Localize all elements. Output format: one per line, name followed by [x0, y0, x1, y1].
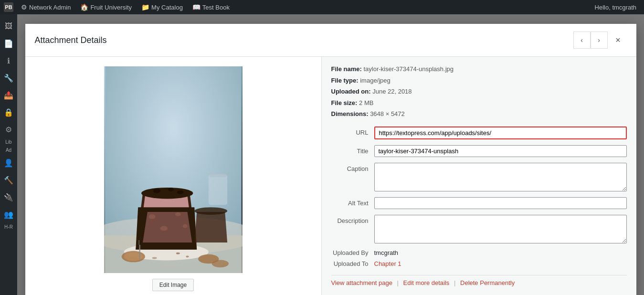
separator-2: | [454, 279, 455, 286]
file-type-value: image/jpeg [360, 77, 391, 84]
modal-body: Edit Image File name: taylor-kiser-37347… [25, 57, 636, 295]
sidebar: 🖼 📄 ℹ 🔧 📤 🔒 ⚙ Lib Ad 👤 🔨 🔌 👥 H-R [0, 14, 17, 295]
pb-logo[interactable]: PB [4, 2, 13, 12]
sidebar-ad-label: Ad [4, 147, 13, 154]
uploaded-by-row: Uploaded By tmcgrath [331, 249, 627, 256]
alt-text-input[interactable] [374, 197, 627, 209]
svg-point-8 [153, 189, 160, 193]
separator-1: | [397, 279, 399, 286]
url-label: URL [331, 126, 374, 136]
sidebar-icon-plugin[interactable]: 🔌 [0, 189, 17, 205]
attachment-details-modal: Attachment Details ‹ › × [25, 24, 636, 295]
svg-marker-16 [194, 212, 227, 242]
close-modal-button[interactable]: × [610, 32, 627, 49]
svg-marker-15 [143, 212, 192, 242]
url-field-row: URL [331, 126, 627, 139]
svg-point-27 [186, 256, 189, 258]
image-panel: Edit Image [25, 57, 321, 295]
svg-point-17 [194, 207, 227, 215]
sidebar-icon-export[interactable]: 📤 [0, 87, 17, 103]
sidebar-icon-tools[interactable]: 🔧 [0, 70, 17, 86]
file-size-label: File size: [331, 99, 358, 106]
svg-point-28 [152, 257, 157, 259]
file-name-row: File name: taylor-kiser-373474-unsplash.… [331, 64, 627, 74]
uploaded-to-link[interactable]: Chapter 1 [374, 260, 401, 267]
sidebar-icon-settings[interactable]: ⚙ [0, 121, 17, 137]
view-attachment-link[interactable]: View attachment page [331, 279, 392, 286]
main-area: Attachment Details ‹ › × [17, 14, 644, 295]
next-attachment-button[interactable]: › [591, 32, 608, 49]
prev-attachment-button[interactable]: ‹ [573, 32, 591, 49]
uploaded-by-label: Uploaded By [331, 249, 374, 256]
title-input[interactable] [374, 145, 627, 157]
modal-header: Attachment Details ‹ › × [25, 24, 636, 57]
svg-point-21 [211, 260, 228, 267]
caption-field-row: Caption [331, 163, 627, 191]
uploaded-on-value: June 22, 2018 [372, 88, 412, 95]
file-size-row: File size: 2 MB [331, 98, 627, 108]
admin-bar: PB ⚙ Network Admin 🏠 Fruit University 📁 … [0, 0, 644, 14]
sidebar-icon-group[interactable]: 👥 [0, 206, 17, 222]
modal-overlay: Attachment Details ‹ › × [17, 14, 644, 295]
sidebar-lib-label: Lib [3, 138, 13, 146]
modal-navigation: ‹ › × [573, 32, 627, 49]
alt-text-label: Alt Text [331, 197, 374, 207]
caption-textarea[interactable] [374, 163, 627, 191]
home-icon: 🏠 [80, 3, 88, 11]
description-field-row: Description [331, 215, 627, 243]
modal-title: Attachment Details [35, 35, 107, 45]
sidebar-icon-info[interactable]: ℹ [0, 53, 17, 69]
uploaded-to-label: Uploaded To [331, 260, 374, 267]
svg-point-7 [141, 188, 193, 199]
cake-image-svg [104, 66, 243, 273]
bottom-links: View attachment page | Edit more details… [331, 275, 627, 286]
svg-rect-22 [208, 174, 227, 205]
folder-icon: 📁 [141, 3, 149, 11]
file-info-section: File name: taylor-kiser-373474-unsplash.… [331, 64, 627, 119]
sidebar-icon-wrench[interactable]: 🔨 [0, 172, 17, 188]
admin-bar-test-book[interactable]: 📖 Test Book [189, 0, 233, 14]
caption-label: Caption [331, 163, 374, 172]
description-label: Description [331, 215, 374, 224]
delete-permanently-link[interactable]: Delete Permanently [460, 279, 515, 286]
alt-text-field-row: Alt Text [331, 197, 627, 209]
sidebar-icon-lock[interactable]: 🔒 [0, 104, 17, 120]
svg-point-26 [176, 253, 179, 254]
edit-image-button[interactable]: Edit Image [152, 279, 194, 291]
sidebar-icon-pages[interactable]: 📄 [0, 35, 17, 52]
image-preview [104, 66, 243, 273]
admin-bar-my-catalog[interactable]: 📁 My Catalog [137, 0, 187, 14]
sidebar-icon-user[interactable]: 👤 [0, 155, 17, 171]
dimensions-label: Dimensions: [331, 110, 369, 117]
edit-more-details-link[interactable]: Edit more details [403, 279, 450, 286]
admin-bar-fruit-university[interactable]: 🏠 Fruit University [76, 0, 136, 14]
file-type-row: File type: image/jpeg [331, 76, 627, 85]
dimensions-row: Dimensions: 3648 × 5472 [331, 109, 627, 119]
network-admin-icon: ⚙ [21, 3, 27, 11]
uploaded-on-label: Uploaded on: [331, 88, 371, 95]
uploaded-to-row: Uploaded To Chapter 1 [331, 260, 627, 267]
admin-bar-greeting: Hello, tmcgrath [591, 4, 640, 11]
file-name-value: taylor-kiser-373474-unsplash.jpg [363, 65, 454, 73]
title-label: Title [331, 145, 374, 155]
details-panel: File name: taylor-kiser-373474-unsplash.… [321, 57, 636, 295]
chevron-left-icon: ‹ [581, 36, 583, 44]
close-icon: × [615, 35, 621, 45]
svg-rect-24 [139, 245, 140, 259]
admin-bar-network-admin[interactable]: ⚙ Network Admin [17, 0, 74, 14]
url-input[interactable] [374, 126, 627, 139]
description-textarea[interactable] [374, 215, 627, 243]
book-icon: 📖 [192, 3, 201, 11]
svg-rect-23 [209, 173, 226, 177]
svg-point-9 [168, 188, 174, 191]
svg-point-10 [177, 190, 183, 194]
title-field-row: Title [331, 145, 627, 157]
chevron-right-icon: › [598, 36, 600, 44]
file-type-label: File type: [331, 77, 359, 84]
sidebar-h-r-label: H-R [2, 223, 15, 231]
dimensions-value: 3648 × 5472 [370, 110, 405, 117]
file-name-label: File name: [331, 65, 362, 73]
uploaded-by-value: tmcgrath [374, 249, 399, 256]
file-size-value: 2 MB [359, 99, 373, 106]
sidebar-icon-media[interactable]: 🖼 [0, 18, 17, 34]
